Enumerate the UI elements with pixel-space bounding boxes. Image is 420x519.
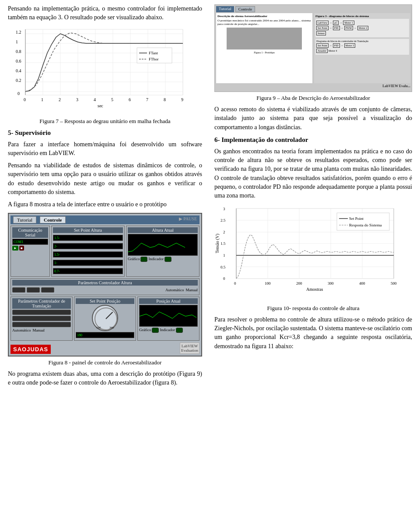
para-remote: O acesso remoto do sistema é viabilizado… — [214, 105, 412, 132]
lv-tran-auto-manual: Automático Manual — [12, 328, 71, 332]
para5-2: Pensando na viabilidade de estudos de si… — [8, 161, 202, 197]
para6-1: Os ganhos encontrados na teoria foram im… — [214, 147, 412, 201]
lv-posicao-graph-svg — [140, 305, 197, 327]
chart7-x8: 8 — [164, 97, 166, 102]
fig9-diagram-title: Figura 3 - diagrama de blocos do sistema — [315, 14, 409, 18]
lv-gauge-label-low: 100 — [96, 326, 101, 329]
chart10-x0: 0 — [234, 281, 236, 286]
chart10-ylabel: Tensão (V) — [215, 233, 220, 253]
lv-pause-indicator[interactable]: ■ — [19, 246, 24, 251]
lv-sp-val4: 1- — [53, 260, 123, 266]
chart7-y00: 0 — [18, 91, 20, 96]
lv-tran-ctrl1[interactable] — [12, 310, 71, 315]
fig9-bd-arrow2: → — [340, 21, 342, 24]
chart10-legend2: Resposta do Sistema — [349, 223, 382, 227]
lv-alt-ctrl2[interactable] — [27, 287, 40, 293]
chart7-x4: 4 — [94, 97, 96, 102]
chart10-x500: 500 — [391, 281, 397, 286]
chart7-x5: 5 — [111, 97, 113, 102]
fig9-trans-title: Diagrama de blocos do controlador de Tra… — [316, 40, 408, 42]
fig9-trans-arrow2: → — [341, 44, 343, 47]
chart7-y10: 1 — [16, 39, 18, 44]
lv-sp-val1: 1.5- — [53, 235, 123, 241]
lv-posicao-graph — [139, 305, 198, 327]
chart7-x6: 6 — [129, 97, 131, 102]
lv-pos-indicador-indicator[interactable] — [176, 328, 183, 333]
lv-tran-manual: Manual — [33, 328, 45, 332]
fig8-caption-text: Figura 8 - painel de controle do Aeroest… — [49, 359, 162, 366]
section5-heading: 5- Supervisório — [8, 129, 202, 137]
fig10-caption-text: Figura 10- resposta do controle de altur… — [267, 305, 360, 311]
para-remote-text: O acesso remoto do sistema é viabilizado… — [214, 106, 412, 131]
lv-comm-display: COM1 — [12, 239, 48, 245]
fig9-desc-text: O protótipo mecânico foi construído 2004… — [217, 19, 311, 26]
chart10-y25: 2.5 — [220, 218, 226, 222]
labview-eval: LabVIEWEvaluation — [180, 342, 200, 354]
fig9-bd-setpoint: Set Point — [316, 26, 329, 30]
lv-run-btn[interactable]: ▶ PAUSE — [179, 216, 197, 223]
fig9-bd-row2: Set Point → PID → PWM → Motor 2 — [316, 26, 408, 30]
fig9-container: Tutorial Controle Descrição do sitema Ae… — [214, 4, 412, 92]
lv-indicador-indicator[interactable] — [164, 257, 172, 262]
intro-text: Pensando na implementação prática, o mes… — [8, 5, 202, 21]
lv-tran-ctrl2[interactable] — [12, 316, 71, 321]
fig9-tab-tutorial: Tutorial — [216, 6, 234, 12]
intro-paragraph: Pensando na implementação prática, o mes… — [8, 4, 202, 22]
lv-gauge-svg: 100 360 — [93, 306, 119, 332]
right-column: Tutorial Controle Descrição do sitema Ae… — [210, 0, 420, 395]
chart7-y04: 0.4 — [16, 68, 21, 73]
chart7-legend2: FThor — [149, 57, 159, 61]
chart10-xlabel: Amostras — [306, 287, 323, 292]
lv-param-tran-title: Parâmetros Controlador de Translação — [12, 298, 71, 309]
fig8-below-text: No programa existem duas abas, uma com a… — [8, 371, 202, 386]
fig9-robot-img — [227, 28, 301, 49]
lv-comm-value: COM1 — [14, 240, 23, 244]
lv-pos-grafico-indicator[interactable] — [152, 328, 159, 333]
chart7-xlabel: sec — [98, 103, 103, 108]
lv-param-alt-title: Parâmetros Controlador Altura — [12, 280, 198, 286]
para5-2-text: Pensando na viabilidade de estudos de si… — [8, 162, 202, 195]
fig9-bd-pwm: PWM — [344, 26, 353, 30]
lv-alt-ctrl1[interactable] — [12, 287, 25, 293]
lv-comm-title-text: Comunicação Serial — [18, 228, 42, 237]
lv-footer: SAOJUDAS LabVIEWEvaluation — [10, 342, 200, 354]
lv-posicao-indicators: Gráfico Indicador — [139, 328, 198, 333]
lv-auto-manual-row: Automático Manual — [165, 288, 198, 292]
fig9-content: Descrição do sitema Aeroestabilizador O … — [216, 13, 410, 83]
fig9-translacao-diagram: Diagrama de blocos do controlador de Tra… — [315, 39, 409, 55]
fig9-bd-arrow3: → — [329, 27, 332, 29]
lv-grafico-indicator[interactable] — [140, 257, 147, 262]
lv-tran-ctrl3[interactable] — [12, 322, 71, 327]
fig9-trans-pid: PID — [333, 43, 340, 48]
lv-sp-val2: 2- — [53, 243, 123, 249]
lv-setpoint-pos-section: Set Point Posição 100 360 180 — [74, 297, 136, 341]
lv-tab-controle[interactable]: Controle — [40, 216, 66, 223]
lv-tab-tutorial[interactable]: Tutorial — [13, 216, 36, 223]
lv-manual-label: Manual — [186, 288, 198, 292]
chart10-legend1: Set Point — [349, 216, 364, 221]
labview-panel: Tutorial Controle ▶ PAUSE Comunicação Se… — [8, 213, 202, 357]
lv-setpoint-pos-text: Set Point Posição — [90, 299, 120, 304]
fig9-trans-atuador: Atuador — [316, 49, 328, 53]
para5-1-text: Para fazer a interface homem/máquina foi… — [8, 141, 202, 156]
lv-auto-label: Automático — [165, 288, 184, 292]
fig9-bd-arrow4: → — [341, 27, 343, 29]
section6-heading: 6- Implementação do controlador — [214, 136, 412, 144]
lv-posicao-atual-text: Posição Atual — [156, 299, 180, 304]
chart7-x1: 1 — [41, 97, 43, 102]
lv-setpoint-alt-title: Set Point Altura — [53, 227, 123, 233]
fig9-trans-row: Set Point → PID → Motor 3 — [316, 43, 408, 48]
lv-param-alt-controls: Automático Manual — [12, 286, 198, 293]
fig9-trans-motor3: Motor 3 — [344, 43, 356, 48]
chart7-x7: 7 — [146, 97, 148, 102]
lv-param-tran-text: Parâmetros Controlador de Translação — [18, 299, 65, 308]
lv-param-alt-text: Parâmetros Controlador Altura — [78, 280, 132, 285]
lv-title-bar: Tutorial Controle ▶ PAUSE — [10, 215, 200, 224]
lv-alt-ctrl3[interactable] — [41, 287, 54, 293]
chart7-x9: 9 — [181, 97, 183, 102]
para5-3: A figura 8 mostra a tela de interface en… — [8, 200, 202, 209]
lv-run-indicator[interactable]: ► — [12, 246, 18, 251]
lv-param-alt-section: Parâmetros Controlador Altura Automático… — [10, 278, 200, 295]
fig9-desc-title: Descrição do sitema Aeroestabilizador — [217, 14, 311, 18]
fig9-block-diagram: LabView → μC → Motor 1 Set Point → PID → — [315, 19, 409, 37]
